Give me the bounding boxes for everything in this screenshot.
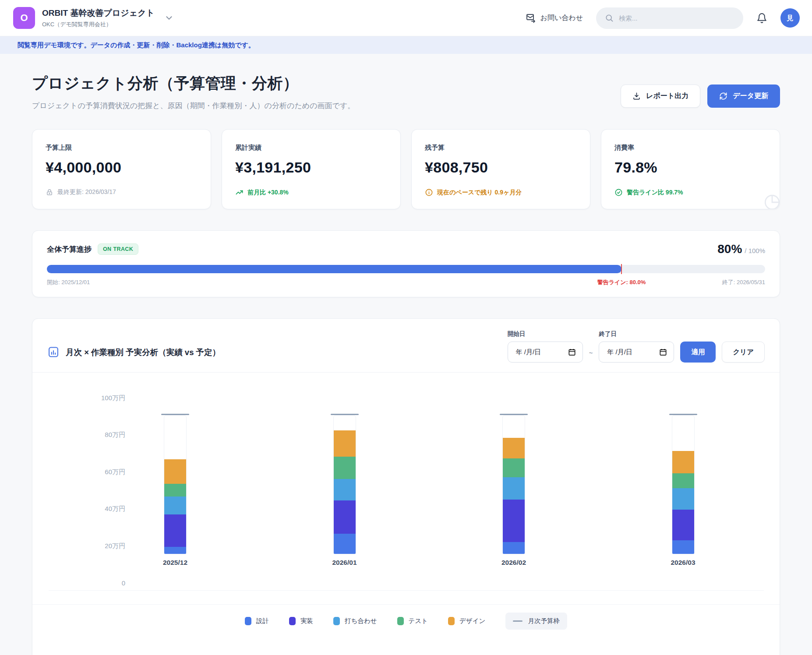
- legend-item-実装[interactable]: 実装: [289, 617, 313, 625]
- legend-item-テスト[interactable]: テスト: [397, 617, 428, 625]
- page-title: プロジェクト分析（予算管理・分析）: [32, 73, 355, 94]
- stacked-segments: [164, 459, 187, 554]
- kpi-subtext: 警告ライン比 99.7%: [627, 189, 683, 197]
- y-axis-tick: 60万円: [32, 468, 125, 476]
- x-axis-month-label: 2026/03: [648, 559, 718, 567]
- segment-実装[interactable]: [672, 510, 695, 540]
- budget-frame-bar[interactable]: [502, 415, 525, 554]
- kpi-card-consumption-rate: 消費率 79.8% 警告ライン比 99.7%: [601, 129, 780, 209]
- progress-title: 全体予算進捗: [47, 244, 92, 254]
- legend-item-budget-frame[interactable]: 月次予算枠: [505, 613, 567, 630]
- apply-button[interactable]: 適用: [680, 342, 716, 363]
- segment-設計[interactable]: [164, 547, 187, 554]
- segment-デザイン[interactable]: [502, 438, 525, 458]
- data-refresh-button[interactable]: データ更新: [707, 85, 780, 108]
- kpi-label: 残予算: [425, 144, 577, 152]
- y-axis-tick: 80万円: [32, 431, 125, 439]
- segment-デザイン[interactable]: [164, 459, 187, 483]
- end-date-input[interactable]: 年 /月/日: [599, 342, 674, 363]
- legend-item-打ち合わせ[interactable]: 打ち合わせ: [333, 617, 377, 625]
- segment-デザイン[interactable]: [672, 451, 695, 473]
- progress-start-date: 開始: 2025/12/01: [47, 278, 90, 286]
- org-name: OKC（デモ閲覧専用会社）: [42, 21, 155, 28]
- logo-letter: O: [20, 12, 28, 24]
- check-circle-icon: [614, 188, 623, 197]
- segment-打ち合わせ[interactable]: [333, 479, 356, 500]
- budget-frame-bar[interactable]: [672, 415, 695, 554]
- page-heading: プロジェクト分析（予算管理・分析） プロジェクトの予算消費状況の把握と、原因（期…: [32, 73, 355, 111]
- kpi-value: 79.8%: [614, 159, 766, 176]
- bar-chart-icon: [47, 346, 60, 358]
- stacked-segments: [672, 451, 695, 554]
- segment-テスト[interactable]: [672, 473, 695, 488]
- legend-label: 実装: [300, 617, 313, 625]
- kpi-value: ¥808,750: [425, 159, 577, 176]
- warning-line-label: 警告ライン: 80.0%: [597, 278, 646, 286]
- report-export-button[interactable]: レポート出力: [621, 85, 700, 108]
- y-axis-tick: 20万円: [32, 542, 125, 550]
- segment-設計[interactable]: [333, 534, 356, 554]
- readonly-demo-banner: 閲覧専用デモ環境です。データの作成・更新・削除・Backlog連携は無効です。: [0, 36, 812, 54]
- chevron-down-icon[interactable]: [164, 13, 174, 23]
- progress-end-date: 終了: 2026/05/31: [722, 278, 765, 286]
- search-input[interactable]: [619, 14, 734, 22]
- stacked-segments: [333, 430, 356, 554]
- start-date-input[interactable]: 年 /月/日: [508, 342, 583, 363]
- segment-デザイン[interactable]: [333, 430, 356, 457]
- avatar[interactable]: 見: [780, 8, 800, 28]
- range-tilde: ~: [589, 349, 593, 363]
- legend-item-デザイン[interactable]: デザイン: [448, 617, 485, 625]
- budget-frame-bar[interactable]: [333, 415, 356, 554]
- segment-テスト[interactable]: [333, 457, 356, 479]
- legend-label: デザイン: [459, 617, 485, 625]
- project-switcher[interactable]: ORBIT 基幹改善プロジェクト OKC（デモ閲覧専用会社）: [42, 7, 155, 28]
- project-title: ORBIT 基幹改善プロジェクト: [42, 7, 155, 19]
- contact-link[interactable]: お問い合わせ: [526, 13, 583, 23]
- calendar-icon[interactable]: [659, 348, 667, 356]
- bell-icon[interactable]: [756, 13, 767, 24]
- segment-設計[interactable]: [502, 542, 525, 554]
- stacked-segments: [502, 438, 525, 554]
- y-axis-tick: 100万円: [32, 394, 125, 402]
- refresh-icon: [719, 92, 727, 100]
- x-axis-month-label: 2026/01: [310, 559, 380, 567]
- clear-button[interactable]: クリア: [722, 342, 765, 363]
- page-subtitle: プロジェクトの予算消費状況の把握と、原因（期間・作業種別・人）の分析のための画面…: [32, 101, 355, 111]
- segment-打ち合わせ[interactable]: [502, 477, 525, 500]
- kpi-cards: 予算上限 ¥4,000,000 最終更新: 2026/03/17 累計実績 ¥3…: [32, 129, 780, 209]
- trending-up-icon: [235, 188, 244, 197]
- legend-item-設計[interactable]: 設計: [245, 617, 269, 625]
- calendar-icon[interactable]: [568, 348, 576, 356]
- segment-設計[interactable]: [672, 540, 695, 554]
- pie-chart-watermark-icon: [763, 193, 780, 209]
- app-logo[interactable]: O: [13, 7, 35, 29]
- kpi-value: ¥4,000,000: [46, 159, 198, 176]
- legend-label: テスト: [409, 617, 428, 625]
- segment-テスト[interactable]: [502, 458, 525, 477]
- segment-打ち合わせ[interactable]: [672, 488, 695, 510]
- budget-frame-dash-icon: [513, 620, 523, 622]
- segment-実装[interactable]: [164, 514, 187, 547]
- x-axis-month-label: 2026/02: [479, 559, 549, 567]
- legend-swatch: [333, 617, 340, 625]
- search-box[interactable]: [596, 7, 743, 29]
- budget-frame-bar[interactable]: [164, 415, 187, 554]
- clear-label: クリア: [733, 348, 754, 357]
- y-axis-tick: 40万円: [32, 505, 125, 513]
- progress-fill: [47, 265, 621, 273]
- progress-percent: 80%: [717, 242, 742, 256]
- kpi-label: 消費率: [614, 144, 766, 152]
- lock-icon: [46, 188, 53, 196]
- segment-実装[interactable]: [502, 500, 525, 542]
- segment-テスト[interactable]: [164, 484, 187, 497]
- x-axis-line: [49, 590, 764, 591]
- warning-line-marker: [621, 264, 622, 274]
- segment-打ち合わせ[interactable]: [164, 497, 187, 514]
- contact-label: お問い合わせ: [540, 14, 583, 23]
- chart-legend: 設計実装打ち合わせテストデザイン月次予算枠: [32, 613, 780, 630]
- segment-実装[interactable]: [333, 500, 356, 534]
- date-placeholder: 年 /月/日: [607, 348, 632, 356]
- download-icon: [632, 92, 641, 100]
- progress-max: / 100%: [745, 247, 765, 254]
- notice-text: 閲覧専用デモ環境です。データの作成・更新・削除・Backlog連携は無効です。: [18, 41, 255, 49]
